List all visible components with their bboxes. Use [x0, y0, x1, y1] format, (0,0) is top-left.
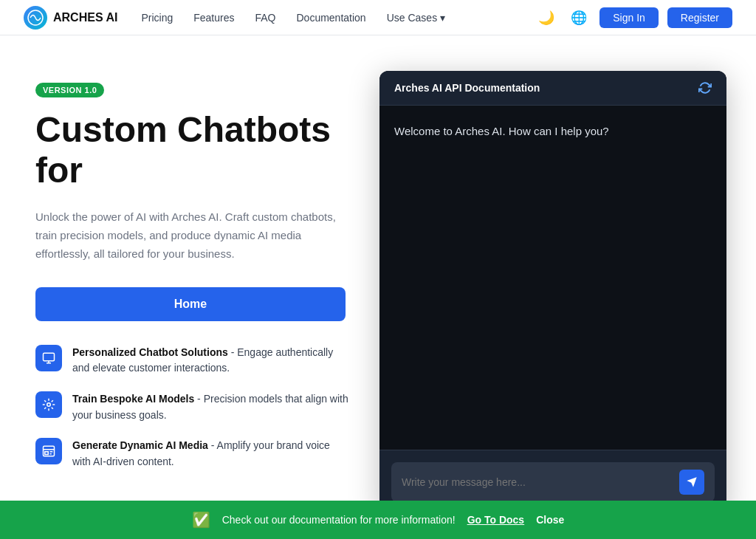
chat-send-button[interactable] — [679, 470, 704, 495]
chatbot-icon — [35, 345, 62, 371]
media-icon — [35, 438, 62, 464]
navbar-left: ARCHES AI Pricing Features FAQ Documenta… — [24, 6, 445, 30]
chat-refresh-button[interactable] — [698, 81, 712, 95]
feature-models-text: Train Bespoke AI Models - Precision mode… — [72, 391, 350, 423]
feature-item-media: Generate Dynamic AI Media - Amplify your… — [35, 438, 350, 470]
models-icon — [35, 391, 62, 418]
logo-text: ARCHES AI — [53, 11, 117, 24]
chat-widget-title: Arches AI API Documentation — [394, 82, 540, 94]
version-badge: VERSION 1.0 — [35, 83, 104, 97]
feature-list: Personalized Chatbot Solutions - Engage … — [35, 345, 350, 470]
nav-faq[interactable]: FAQ — [255, 12, 275, 24]
chat-input-row — [391, 462, 715, 502]
chat-welcome-message: Welcome to Arches AI. How can I help you… — [394, 123, 712, 140]
nav-use-cases[interactable]: Use Cases ▾ — [387, 12, 445, 24]
chat-widget: Arches AI API Documentation Welcome to A… — [379, 71, 726, 514]
notification-check-icon: ✅ — [192, 511, 210, 529]
nav-features[interactable]: Features — [193, 12, 234, 24]
feature-item-chatbot: Personalized Chatbot Solutions - Engage … — [35, 345, 350, 377]
hero-left: VERSION 1.0 Custom Chatbots for Unlock t… — [35, 71, 350, 470]
navbar-right: 🌙 🌐 Sign In Register — [535, 6, 732, 30]
feature-item-models: Train Bespoke AI Models - Precision mode… — [35, 391, 350, 423]
chat-message-input[interactable] — [402, 476, 672, 488]
feature-chatbot-text: Personalized Chatbot Solutions - Engage … — [72, 345, 350, 377]
nav-documentation[interactable]: Documentation — [296, 12, 365, 24]
go-to-docs-button[interactable]: Go To Docs — [467, 514, 525, 526]
svg-rect-1 — [44, 353, 55, 361]
feature-media-text: Generate Dynamic AI Media - Amplify your… — [72, 438, 350, 470]
navbar: ARCHES AI Pricing Features FAQ Documenta… — [0, 0, 756, 35]
logo-icon — [24, 6, 47, 30]
notification-banner: ✅ Check out our documentation for more i… — [0, 501, 756, 538]
notification-close-button[interactable]: Close — [536, 514, 564, 526]
translate-button[interactable]: 🌐 — [567, 6, 591, 30]
svg-point-2 — [47, 403, 51, 407]
dark-mode-button[interactable]: 🌙 — [535, 6, 558, 30]
notification-text: Check out our documentation for more inf… — [222, 514, 456, 526]
nav-links: Pricing Features FAQ Documentation Use C… — [141, 12, 445, 24]
logo[interactable]: ARCHES AI — [24, 6, 117, 30]
chat-body: Welcome to Arches AI. How can I help you… — [379, 106, 726, 450]
nav-pricing[interactable]: Pricing — [141, 12, 173, 24]
sign-in-button[interactable]: Sign In — [599, 7, 659, 28]
home-cta-button[interactable]: Home — [35, 287, 346, 321]
hero-section: VERSION 1.0 Custom Chatbots for Unlock t… — [0, 35, 756, 538]
svg-rect-4 — [45, 452, 49, 455]
hero-subtitle: Unlock the power of AI with Arches AI. C… — [35, 208, 346, 263]
chevron-down-icon: ▾ — [440, 12, 445, 24]
hero-title: Custom Chatbots for — [35, 109, 350, 190]
register-button[interactable]: Register — [667, 7, 732, 28]
hero-right: Arches AI API Documentation Welcome to A… — [379, 71, 726, 514]
chat-header: Arches AI API Documentation — [379, 71, 726, 106]
